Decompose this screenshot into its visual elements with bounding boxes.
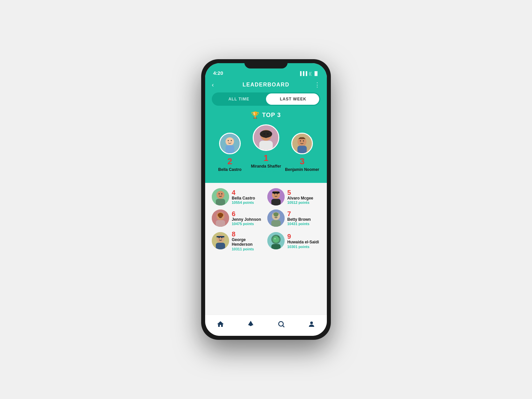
list-points-9: 10301 points bbox=[287, 245, 319, 249]
list-rank-5: 5 bbox=[287, 189, 313, 196]
rank2-name: Bella Castro bbox=[218, 167, 241, 172]
rank2-number: 2 bbox=[227, 156, 232, 167]
signal-icon: ▐▐▐ bbox=[299, 71, 307, 76]
rank3-number: 3 bbox=[300, 156, 304, 167]
svg-point-50 bbox=[279, 322, 283, 326]
page-title: LEADERBOARD bbox=[222, 82, 310, 88]
list-name-8: George Henderson bbox=[232, 237, 265, 247]
avatar-rank4 bbox=[212, 188, 229, 205]
top3-section: 🏆 TOP 3 2 bbox=[205, 106, 327, 183]
svg-rect-4 bbox=[225, 145, 234, 153]
bottom-nav bbox=[205, 315, 327, 336]
top3-header: 🏆 TOP 3 bbox=[212, 111, 320, 119]
svg-point-38 bbox=[216, 235, 224, 243]
rank3-points: 10347 points bbox=[291, 172, 313, 176]
nav-home[interactable] bbox=[216, 320, 224, 328]
leaderboard-list: 4 Bella Castro 10554 points bbox=[212, 188, 320, 251]
svg-rect-25 bbox=[272, 192, 280, 194]
list-section: 4 Bella Castro 10554 points bbox=[205, 183, 327, 315]
status-icons: ▐▐▐ (( ▐▌ bbox=[299, 71, 319, 76]
svg-point-47 bbox=[273, 236, 279, 243]
list-rank-8: 8 bbox=[232, 231, 265, 237]
svg-rect-41 bbox=[216, 236, 224, 237]
avatar-rank2 bbox=[219, 133, 241, 154]
list-item-5: 5 Alvaro Mcgee 10512 points bbox=[267, 188, 320, 205]
svg-rect-42 bbox=[216, 243, 225, 249]
list-info-7: 7 Betty Brown 10431 points bbox=[287, 210, 311, 226]
list-name-5: Alvaro Mcgee bbox=[287, 196, 313, 200]
list-rank-7: 7 bbox=[287, 210, 311, 217]
svg-point-52 bbox=[310, 322, 313, 324]
svg-rect-20 bbox=[216, 199, 225, 205]
svg-rect-10 bbox=[259, 141, 273, 150]
trophy-icon: 🏆 bbox=[251, 111, 259, 119]
tab-all-time[interactable]: ALL TIME bbox=[212, 92, 266, 106]
avatar-rank3 bbox=[291, 133, 313, 154]
list-points-7: 10431 points bbox=[287, 222, 311, 226]
svg-point-13 bbox=[300, 140, 301, 142]
list-item-8: 8 George Henderson 10311 points bbox=[212, 231, 265, 251]
svg-point-14 bbox=[303, 140, 304, 142]
list-info-9: 9 Huwaida el-Saidi 10301 points bbox=[287, 233, 319, 248]
list-item-4: 4 Bella Castro 10554 points bbox=[212, 188, 265, 205]
nav-search[interactable] bbox=[277, 320, 285, 328]
list-rank-4: 4 bbox=[232, 189, 255, 196]
svg-point-17 bbox=[216, 191, 224, 199]
list-item-7: 7 Betty Brown 10431 points bbox=[267, 209, 320, 227]
list-name-7: Betty Brown bbox=[287, 217, 311, 222]
back-button[interactable]: ‹ bbox=[212, 81, 222, 88]
svg-point-19 bbox=[221, 193, 222, 195]
wifi-icon: (( bbox=[309, 71, 312, 76]
nav-location[interactable] bbox=[247, 320, 255, 328]
notch bbox=[244, 59, 288, 68]
avatar-rank7 bbox=[267, 209, 285, 227]
top3-rank1: 1 Miranda Shaffer 10794 points bbox=[248, 124, 284, 173]
svg-rect-36 bbox=[271, 220, 281, 227]
rank1-name: Miranda Shaffer bbox=[251, 164, 281, 169]
avatar-rank6 bbox=[212, 209, 229, 227]
list-item-9: 9 Huwaida el-Saidi 10301 points bbox=[267, 231, 320, 251]
status-time: 4:20 bbox=[213, 70, 223, 76]
top3-rank2: 2 Bella Castro 10764 points bbox=[212, 133, 248, 176]
list-info-8: 8 George Henderson 10311 points bbox=[232, 231, 265, 251]
rank1-points: 10794 points bbox=[255, 169, 277, 173]
avatar-rank1 bbox=[253, 124, 279, 151]
list-points-8: 10311 points bbox=[232, 247, 265, 251]
tab-switcher: ALL TIME LAST WEEK bbox=[212, 92, 320, 106]
list-item-6: 6 Jenny Johnson 10475 points bbox=[212, 209, 265, 227]
svg-point-18 bbox=[218, 193, 220, 195]
battery-icon: ▐▌ bbox=[313, 71, 319, 76]
list-info-4: 4 Bella Castro 10554 points bbox=[232, 189, 255, 204]
rank1-number: 1 bbox=[264, 153, 268, 163]
list-rank-6: 6 bbox=[232, 210, 261, 217]
top3-title: TOP 3 bbox=[262, 112, 281, 119]
rank2-points: 10764 points bbox=[219, 172, 241, 176]
menu-button[interactable]: ⋮ bbox=[310, 81, 320, 88]
top3-rank3: 3 Benjamin Noomer 10347 points bbox=[284, 133, 320, 176]
avatar-rank5 bbox=[267, 188, 285, 205]
tab-last-week[interactable]: LAST WEEK bbox=[266, 92, 320, 106]
list-name-4: Bella Castro bbox=[232, 196, 255, 200]
svg-point-9 bbox=[260, 130, 272, 138]
avatar-rank8 bbox=[212, 232, 229, 249]
svg-point-48 bbox=[275, 238, 276, 239]
svg-rect-15 bbox=[298, 146, 307, 153]
tabs-container: ALL TIME LAST WEEK bbox=[205, 88, 327, 106]
svg-rect-49 bbox=[271, 244, 281, 249]
list-points-6: 10475 points bbox=[232, 222, 261, 226]
avatar-rank9 bbox=[267, 232, 285, 249]
list-name-9: Huwaida el-Saidi bbox=[287, 240, 319, 244]
phone-frame: 4:20 ▐▐▐ (( ▐▌ ‹ LEADERBOARD ⋮ ALL TIME … bbox=[201, 59, 331, 340]
list-points-4: 10554 points bbox=[232, 200, 255, 204]
svg-point-2 bbox=[228, 140, 229, 141]
svg-line-51 bbox=[283, 326, 284, 327]
list-name-6: Jenny Johnson bbox=[232, 217, 261, 222]
rank3-name: Benjamin Noomer bbox=[285, 167, 319, 172]
list-points-5: 10512 points bbox=[287, 200, 313, 204]
svg-rect-26 bbox=[271, 199, 281, 205]
list-info-5: 5 Alvaro Mcgee 10512 points bbox=[287, 189, 313, 204]
nav-profile[interactable] bbox=[308, 320, 316, 328]
svg-point-3 bbox=[231, 140, 232, 141]
svg-rect-31 bbox=[216, 220, 225, 227]
app-header: ‹ LEADERBOARD ⋮ bbox=[205, 78, 327, 88]
